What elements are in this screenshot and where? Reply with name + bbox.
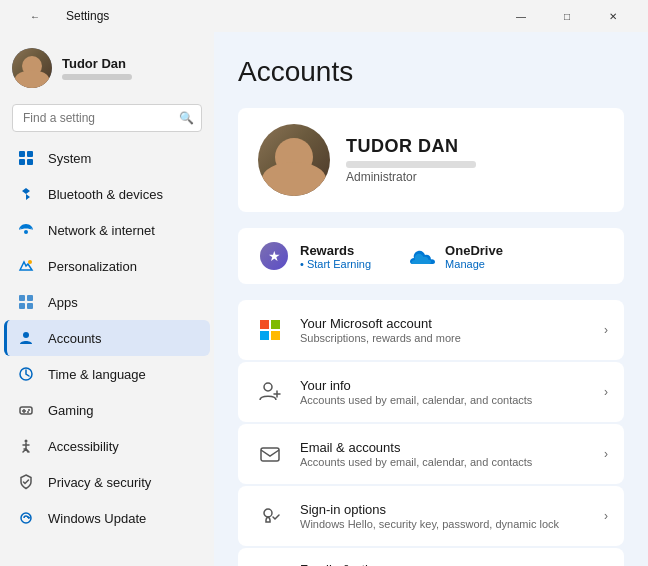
signin-title: Sign-in options [300, 502, 590, 517]
svg-rect-24 [261, 448, 279, 461]
title-bar-controls: — □ ✕ [498, 0, 636, 32]
apps-label: Apps [48, 295, 78, 310]
accounts-label: Accounts [48, 331, 101, 346]
email-item[interactable]: Email & accounts Accounts used by email,… [238, 424, 624, 484]
svg-rect-6 [19, 295, 25, 301]
back-button[interactable]: ← [12, 0, 58, 32]
onedrive-sub: Manage [445, 258, 503, 270]
svg-point-10 [23, 332, 29, 338]
title-bar-title: Settings [66, 9, 109, 23]
rewards-service[interactable]: ★ Rewards • Start Earning [258, 240, 371, 272]
email-title: Email & accounts [300, 440, 590, 455]
maximize-button[interactable]: □ [544, 0, 590, 32]
accounts-icon [16, 328, 36, 348]
svg-text:★: ★ [268, 248, 281, 264]
ms-account-item[interactable]: Your Microsoft account Subscriptions, re… [238, 300, 624, 360]
signin-icon [254, 500, 286, 532]
svg-rect-0 [19, 151, 25, 157]
your-info-chevron: › [604, 385, 608, 399]
search-icon: 🔍 [179, 111, 194, 125]
signin-item[interactable]: Sign-in options Windows Hello, security … [238, 486, 624, 546]
nav-item-system[interactable]: System [4, 140, 210, 176]
svg-point-5 [28, 260, 32, 264]
close-button[interactable]: ✕ [590, 0, 636, 32]
time-icon [16, 364, 36, 384]
signin-text: Sign-in options Windows Hello, security … [300, 502, 590, 530]
personalization-icon [16, 256, 36, 276]
account-avatar [258, 124, 330, 196]
onedrive-name: OneDrive [445, 243, 503, 258]
time-label: Time & language [48, 367, 146, 382]
account-role: Administrator [346, 170, 604, 184]
network-label: Network & internet [48, 223, 155, 238]
privacy-label: Privacy & security [48, 475, 151, 490]
system-icon [16, 148, 36, 168]
title-bar-left: ← Settings [12, 0, 109, 32]
svg-rect-2 [19, 159, 25, 165]
nav-item-update[interactable]: Windows Update [4, 500, 210, 536]
nav-item-gaming[interactable]: Gaming [4, 392, 210, 428]
nav-item-personalization[interactable]: Personalization [4, 248, 210, 284]
svg-rect-7 [27, 295, 33, 301]
account-info: TUDOR DAN Administrator [346, 136, 604, 184]
rewards-sub: • Start Earning [300, 258, 371, 270]
user-name: Tudor Dan [62, 56, 132, 71]
user-profile[interactable]: Tudor Dan [0, 32, 214, 100]
svg-rect-9 [27, 303, 33, 309]
account-name: TUDOR DAN [346, 136, 604, 157]
update-label: Windows Update [48, 511, 146, 526]
apps-icon [16, 292, 36, 312]
app-container: Tudor Dan 🔍 System [0, 32, 648, 566]
svg-point-25 [264, 509, 272, 517]
nav-item-accounts[interactable]: Accounts [4, 320, 210, 356]
privacy-icon [16, 472, 36, 492]
network-icon [16, 220, 36, 240]
your-info-item[interactable]: Your info Accounts used by email, calend… [238, 362, 624, 422]
ms-account-desc: Subscriptions, rewards and more [300, 332, 590, 344]
your-info-text: Your info Accounts used by email, calend… [300, 378, 590, 406]
svg-point-4 [24, 230, 28, 234]
family-text: Family & other users Device access, work… [300, 562, 590, 566]
ms-account-chevron: › [604, 323, 608, 337]
ms-account-title: Your Microsoft account [300, 316, 590, 331]
minimize-button[interactable]: — [498, 0, 544, 32]
settings-list: Your Microsoft account Subscriptions, re… [238, 300, 624, 566]
accessibility-label: Accessibility [48, 439, 119, 454]
your-info-title: Your info [300, 378, 590, 393]
svg-rect-1 [27, 151, 33, 157]
nav-item-privacy[interactable]: Privacy & security [4, 464, 210, 500]
account-email-bar [346, 161, 476, 168]
bluetooth-label: Bluetooth & devices [48, 187, 163, 202]
gaming-icon [16, 400, 36, 420]
email-icon [254, 438, 286, 470]
nav-item-network[interactable]: Network & internet [4, 212, 210, 248]
bluetooth-icon [16, 184, 36, 204]
ms-account-text: Your Microsoft account Subscriptions, re… [300, 316, 590, 344]
email-chevron: › [604, 447, 608, 461]
nav-item-bluetooth[interactable]: Bluetooth & devices [4, 176, 210, 212]
nav-item-time[interactable]: Time & language [4, 356, 210, 392]
nav-item-apps[interactable]: Apps [4, 284, 210, 320]
svg-point-15 [25, 440, 28, 443]
rewards-name: Rewards [300, 243, 371, 258]
signin-desc: Windows Hello, security key, password, d… [300, 518, 590, 530]
user-email-bar [62, 74, 132, 80]
svg-rect-22 [271, 331, 280, 340]
onedrive-service[interactable]: OneDrive Manage [403, 240, 503, 272]
nav-item-accessibility[interactable]: Accessibility [4, 428, 210, 464]
family-item[interactable]: Family & other users Device access, work… [238, 548, 624, 566]
svg-point-14 [27, 411, 29, 413]
svg-rect-19 [260, 320, 269, 329]
search-box: 🔍 [12, 104, 202, 132]
gaming-label: Gaming [48, 403, 94, 418]
onedrive-text: OneDrive Manage [445, 243, 503, 270]
rewards-icon: ★ [258, 240, 290, 272]
sidebar: Tudor Dan 🔍 System [0, 32, 214, 566]
search-input[interactable] [12, 104, 202, 132]
account-header: TUDOR DAN Administrator [238, 108, 624, 212]
system-label: System [48, 151, 91, 166]
svg-point-13 [28, 409, 30, 411]
main-content: Accounts TUDOR DAN Administrator [214, 32, 648, 566]
personalization-label: Personalization [48, 259, 137, 274]
signin-chevron: › [604, 509, 608, 523]
